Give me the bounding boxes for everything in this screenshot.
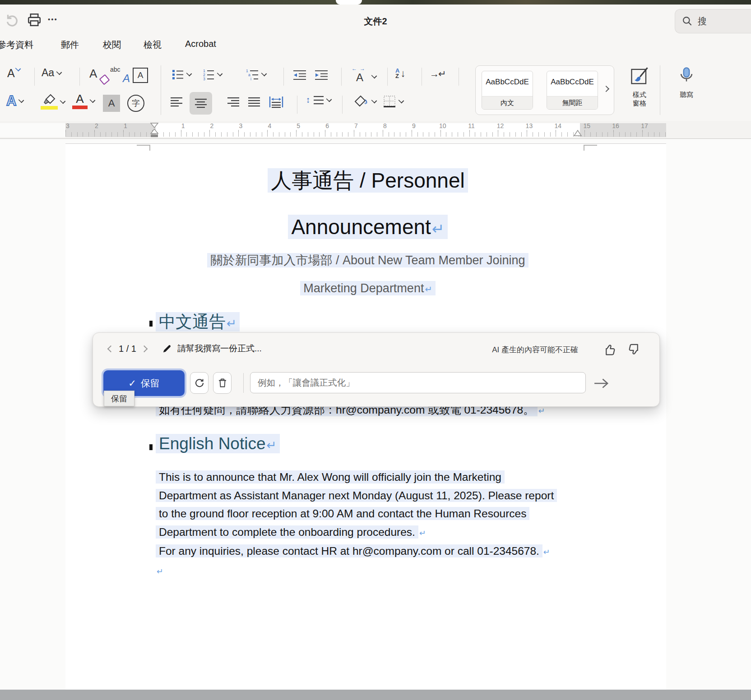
microphone-icon bbox=[679, 66, 694, 86]
align-center-button[interactable] bbox=[190, 92, 212, 115]
paragraph-mark: ↵ bbox=[432, 221, 445, 237]
style-card-body[interactable]: AaBbCcDdE 內文 bbox=[482, 71, 533, 110]
asian-layout-button[interactable]: ←→A bbox=[350, 67, 376, 87]
svg-text:3: 3 bbox=[203, 77, 205, 80]
dictate-button[interactable]: 聽寫 bbox=[671, 66, 702, 99]
style-card-no-spacing[interactable]: AaBbCcDdE 無間距 bbox=[547, 71, 598, 110]
ruler-number: 7 bbox=[352, 122, 361, 129]
ruler-number: 12 bbox=[496, 122, 505, 129]
paragraph-mark: ↵ bbox=[227, 317, 236, 330]
show-paragraph-marks-button[interactable]: →↵ bbox=[430, 69, 445, 79]
paragraph-mark: ↵ bbox=[538, 406, 545, 415]
feedback-buttons bbox=[603, 343, 640, 356]
heading-bullet bbox=[149, 444, 153, 450]
distribute-text-button[interactable] bbox=[268, 96, 284, 108]
font-color-button[interactable]: A bbox=[72, 93, 95, 109]
discard-button[interactable] bbox=[213, 372, 232, 394]
refine-input[interactable] bbox=[250, 372, 586, 393]
highlight-color-swatch bbox=[41, 106, 58, 110]
paragraph-mark: ↵ bbox=[419, 529, 426, 538]
shrink-font-button[interactable]: A bbox=[7, 67, 20, 80]
decrease-indent-icon bbox=[292, 69, 307, 80]
app-chrome: ••• 文件2 搜 參考資料 郵件 校閱 檢視 Acrobat A bbox=[0, 5, 751, 121]
chevron-down-icon bbox=[217, 71, 223, 77]
ai-disclaimer: AI 產生的內容可能不正確 bbox=[492, 345, 578, 355]
doc-heading-english[interactable]: English Notice↵ bbox=[156, 434, 280, 453]
justify-button[interactable] bbox=[247, 97, 261, 107]
distribute-text-icon bbox=[268, 96, 284, 108]
right-indent-marker[interactable] bbox=[573, 129, 583, 137]
tab-view[interactable]: 檢視 bbox=[144, 39, 162, 51]
text-effects-button[interactable]: A bbox=[6, 93, 23, 109]
copilot-header: 1 / 1 請幫我撰寫一份正式... bbox=[108, 343, 262, 355]
doc-heading-title[interactable]: 人事通告 / Personnel Announcement↵ bbox=[156, 157, 580, 252]
ruler-number: 13 bbox=[524, 122, 533, 129]
highlight-color-button[interactable] bbox=[41, 94, 65, 110]
bullet-list-button[interactable] bbox=[172, 69, 191, 80]
shading-fill-button[interactable] bbox=[354, 95, 376, 108]
previous-result-icon[interactable] bbox=[107, 345, 115, 352]
body-line: Department as Assistant Manager next Mon… bbox=[156, 487, 589, 505]
decrease-indent-button[interactable] bbox=[292, 69, 307, 80]
regenerate-button[interactable] bbox=[190, 372, 209, 394]
next-result-icon[interactable] bbox=[141, 345, 148, 352]
regenerate-icon bbox=[194, 378, 205, 388]
chevron-down-icon bbox=[15, 65, 21, 71]
character-shading-button[interactable]: A bbox=[103, 95, 120, 112]
phonetic-guide-button[interactable]: abcA bbox=[110, 66, 131, 85]
sort-button[interactable]: AZ ↓ bbox=[395, 68, 405, 79]
style-gallery-more-icon[interactable] bbox=[603, 86, 609, 92]
align-left-button[interactable] bbox=[170, 97, 183, 107]
trash-icon bbox=[217, 378, 228, 388]
doc-heading-chinese[interactable]: 中文通告↵ bbox=[156, 311, 240, 333]
result-pager: 1 / 1 bbox=[119, 344, 136, 354]
styles-pane-button[interactable]: 樣式窗格 bbox=[624, 67, 655, 107]
dialog-divider bbox=[243, 373, 244, 393]
paragraph-mark: ↵ bbox=[425, 284, 432, 294]
paragraph-mark: ↵ bbox=[543, 548, 550, 557]
tab-review[interactable]: 校閱 bbox=[103, 39, 121, 51]
clear-formatting-button[interactable]: A bbox=[88, 66, 109, 85]
align-right-icon bbox=[227, 97, 240, 107]
doc-subtitle[interactable]: 關於新同事加入市場部 / About New Team Member Joini… bbox=[156, 246, 580, 303]
prompt-preview[interactable]: 請幫我撰寫一份正式... bbox=[177, 343, 262, 355]
change-case-button[interactable]: Aa bbox=[42, 67, 61, 79]
heading-bullet bbox=[149, 321, 153, 327]
increase-indent-icon bbox=[314, 69, 329, 80]
submit-arrow-icon[interactable] bbox=[593, 377, 610, 390]
multilevel-list-button[interactable]: 1ai bbox=[246, 69, 266, 80]
character-border-button[interactable]: A bbox=[133, 68, 148, 83]
paragraph-mark: ↵ bbox=[267, 438, 277, 452]
body-line: For any inquiries, please contact HR at … bbox=[156, 542, 589, 562]
ruler-number: 3 bbox=[236, 122, 245, 129]
thumbs-down-icon[interactable] bbox=[627, 343, 640, 356]
ruler-number: 2 bbox=[208, 122, 217, 129]
indent-markers[interactable] bbox=[149, 123, 159, 138]
search-input[interactable]: 搜 bbox=[675, 9, 751, 33]
increase-indent-button[interactable] bbox=[314, 69, 329, 80]
ribbon: A Aa A abcA A bbox=[0, 55, 751, 121]
style-gallery: AaBbCcDdE 內文 AaBbCcDdE 無間距 bbox=[475, 65, 614, 115]
borders-button[interactable] bbox=[383, 95, 403, 108]
doc-body-english[interactable]: This is to announce that Mr. Alex Wong w… bbox=[156, 468, 589, 581]
enclose-characters-button[interactable]: 字 bbox=[127, 95, 144, 112]
document-page[interactable]: 人事通告 / Personnel Announcement↵ 關於新同事加入市場… bbox=[65, 143, 666, 690]
ruler-outside-left bbox=[0, 123, 65, 137]
page-crop-mark bbox=[137, 145, 150, 151]
desktop-background-strip bbox=[0, 0, 751, 5]
line-spacing-button[interactable]: ↕ bbox=[306, 95, 331, 106]
numbered-list-button[interactable]: 123 bbox=[202, 69, 222, 80]
canvas-bottom-strip bbox=[0, 690, 751, 700]
ruler-number: 10 bbox=[438, 122, 447, 129]
tab-acrobat[interactable]: Acrobat bbox=[185, 39, 216, 49]
search-icon bbox=[681, 15, 693, 27]
body-line: Department to complete the onboarding pr… bbox=[156, 523, 589, 543]
horizontal-ruler[interactable]: 3211234567891011121314151617 bbox=[0, 121, 751, 139]
borders-icon bbox=[383, 95, 396, 108]
thumbs-up-icon[interactable] bbox=[603, 343, 617, 356]
tab-references[interactable]: 參考資料 bbox=[0, 39, 33, 51]
tab-mailings[interactable]: 郵件 bbox=[61, 39, 79, 51]
line-spacing-icon bbox=[313, 95, 324, 106]
check-icon: ✓ bbox=[128, 378, 136, 389]
align-right-button[interactable] bbox=[227, 97, 240, 107]
